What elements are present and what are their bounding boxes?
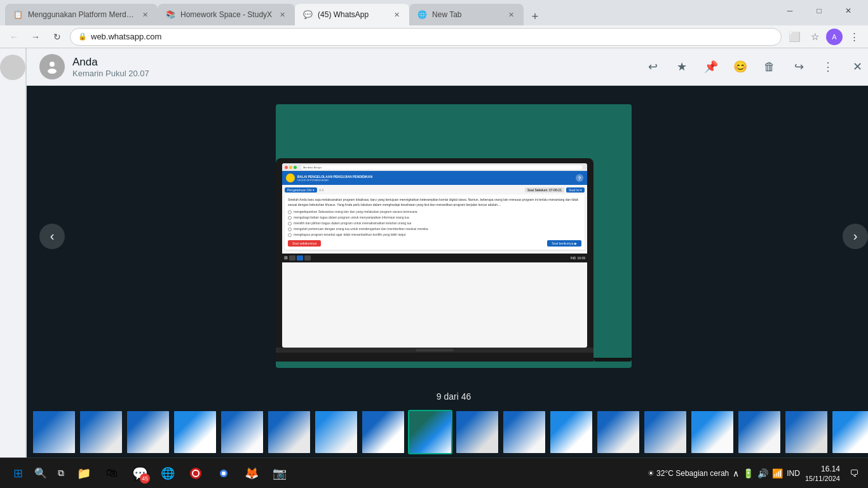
tab-2-close[interactable]: ✕ — [277, 10, 287, 20]
laptop-body: Merdeka Belajar BALAI PENGELOLAAN PENGUJ… — [276, 158, 593, 362]
prev-image-button[interactable]: ‹ — [39, 224, 65, 249]
thumbnail-15[interactable] — [690, 410, 735, 454]
viewer-header: Anda Kemarin Pukul 20.07 ↩ ★ 📌 😊 🗑 ↪ ⋮ ✕ — [27, 48, 868, 86]
thumbnail-4[interactable] — [173, 410, 217, 454]
taskbar-right: ☀ 32°C Sebagian cerah ∧ 🔋 🔊 📶 IND 16.14 … — [648, 461, 863, 486]
tab-1[interactable]: 📋 Menggunakan Platform Merde... ✕ — [5, 4, 158, 25]
forward-button[interactable]: → — [27, 28, 44, 46]
tab-4-close[interactable]: ✕ — [506, 10, 516, 20]
maximize-button[interactable]: □ — [804, 0, 834, 22]
taskbar-app7[interactable]: 📷 — [267, 461, 292, 486]
tab-2-favicon: 📚 — [165, 10, 175, 20]
taskbar-edge[interactable]: 🌐 — [155, 461, 180, 486]
reload-button[interactable]: ↻ — [48, 28, 66, 46]
thumbnail-12[interactable] — [549, 410, 593, 454]
thumbnail-2[interactable] — [79, 410, 123, 454]
tab-4-title: New Tab — [432, 10, 501, 19]
tab-3-close[interactable]: ✕ — [391, 10, 402, 20]
browser-menu-icon[interactable]: ⋮ — [845, 28, 863, 46]
taskbar-chrome[interactable] — [211, 461, 236, 486]
browser-frame: 📋 Menggunakan Platform Merde... ✕ 📚 Home… — [0, 0, 868, 488]
thumbnail-6[interactable] — [267, 410, 311, 454]
thumbnail-strip[interactable] — [27, 407, 868, 458]
sidebar — [0, 48, 26, 458]
volume-icon[interactable]: 🔊 — [757, 468, 768, 478]
close-window-button[interactable]: ✕ — [834, 0, 863, 22]
lock-icon: 🔒 — [78, 32, 87, 41]
thumbnail-13[interactable] — [596, 410, 641, 454]
new-tab-button[interactable]: + — [526, 8, 544, 25]
tab-1-favicon: 📋 — [13, 10, 23, 20]
emoji-button[interactable]: 😊 — [729, 56, 751, 78]
taskbar-whatsapp[interactable]: 💬 45 — [127, 461, 153, 486]
thumbnail-8[interactable] — [361, 410, 405, 454]
thumbnail-17[interactable] — [784, 410, 829, 454]
main-image: Merdeka Belajar BALAI PENGELOLAAN PENGUJ… — [276, 104, 632, 368]
battery-icon: 🔋 — [743, 468, 754, 478]
thumbnail-5[interactable] — [220, 410, 264, 454]
thumbnail-16[interactable] — [737, 410, 782, 454]
network-icon[interactable]: 📶 — [772, 468, 783, 478]
system-tray: ☀ 32°C Sebagian cerah ∧ 🔋 🔊 📶 IND — [648, 468, 800, 478]
thumbnail-1[interactable] — [32, 410, 76, 454]
cast-icon[interactable]: ⬜ — [785, 28, 803, 46]
notification-center-button[interactable]: 🗨 — [845, 461, 863, 486]
svg-point-2 — [50, 62, 55, 67]
thumbnail-18[interactable] — [831, 410, 868, 454]
delete-button[interactable]: 🗑 — [759, 56, 780, 78]
image-counter: 9 dari 46 — [27, 386, 868, 407]
taskbar-file-explorer[interactable]: 📁 — [71, 461, 97, 486]
image-viewer: Anda Kemarin Pukul 20.07 ↩ ★ 📌 😊 🗑 ↪ ⋮ ✕ — [27, 48, 868, 458]
address-input[interactable]: 🔒 web.whatsapp.com — [70, 28, 782, 46]
sidebar-user-avatar[interactable] — [0, 55, 25, 80]
more-options-button[interactable]: ⋮ — [817, 56, 839, 78]
taskbar-app6[interactable]: 🦊 — [239, 461, 264, 486]
viewer-sender-time: Kemarin Pukul 20.07 — [72, 69, 634, 78]
tab-1-close[interactable]: ✕ — [140, 10, 150, 20]
system-tray-up-icon[interactable]: ∧ — [733, 468, 739, 478]
address-bar: ← → ↻ 🔒 web.whatsapp.com ⬜ ☆ A ⋮ — [0, 25, 868, 48]
taskbar-opera[interactable] — [183, 461, 208, 486]
thumbnail-10[interactable] — [455, 410, 499, 454]
tab-4[interactable]: 🌐 New Tab ✕ — [409, 4, 524, 25]
start-button[interactable]: ⊞ — [5, 461, 31, 486]
thumbnail-11[interactable] — [502, 410, 546, 454]
thumbnail-7[interactable] — [314, 410, 358, 454]
tab-4-favicon: 🌐 — [417, 10, 427, 20]
thumbnail-14[interactable] — [643, 410, 688, 454]
viewer-actions: ↩ ★ 📌 😊 🗑 ↪ ⋮ ✕ — [642, 56, 868, 78]
profile-avatar[interactable]: A — [826, 29, 843, 45]
svg-point-7 — [222, 471, 226, 475]
reply-button[interactable]: ↩ — [642, 56, 663, 78]
forward-button[interactable]: ↪ — [788, 56, 810, 78]
image-counter-text: 9 dari 46 — [437, 391, 471, 402]
taskbar-store[interactable]: 🛍 — [99, 461, 125, 486]
minimize-button[interactable]: ─ — [775, 0, 804, 22]
window-controls: ─ □ ✕ — [775, 0, 863, 25]
taskbar: ⊞ 🔍 ⧉ 📁 🛍 💬 45 🌐 — [0, 458, 868, 488]
thumbnail-3[interactable] — [126, 410, 170, 454]
viewer-sender-name: Anda — [72, 56, 634, 69]
svg-point-5 — [193, 470, 199, 477]
sender-avatar — [39, 54, 65, 79]
search-taskbar-button[interactable]: 🔍 — [31, 461, 51, 486]
pin-button[interactable]: 📌 — [700, 56, 722, 78]
svg-point-3 — [48, 69, 57, 74]
tab-3-title: (45) WhatsApp — [318, 10, 386, 19]
taskbar-clock[interactable]: 16.14 15/11/2024 — [805, 464, 840, 482]
tab-3-whatsapp[interactable]: 💬 (45) WhatsApp ✕ — [295, 4, 409, 25]
next-image-button[interactable]: › — [843, 224, 868, 249]
star-button[interactable]: ★ — [671, 56, 693, 78]
screen-content: Merdeka Belajar BALAI PENGELOLAAN PENGUJ… — [282, 163, 587, 348]
thumbnail-9[interactable] — [408, 410, 452, 454]
viewer-sender-info: Anda Kemarin Pukul 20.07 — [72, 56, 634, 78]
task-view-button[interactable]: ⧉ — [51, 461, 71, 486]
toolbar-icons: ⬜ ☆ A ⋮ — [785, 28, 863, 46]
tab-2[interactable]: 📚 Homework Space - StudyX ✕ — [158, 4, 295, 25]
image-main-area: ‹ — [27, 86, 868, 386]
close-viewer-button[interactable]: ✕ — [846, 56, 868, 78]
tab-3-favicon: 💬 — [302, 10, 313, 20]
bookmark-star-icon[interactable]: ☆ — [806, 28, 824, 46]
back-button[interactable]: ← — [5, 28, 23, 46]
tab-bar: 📋 Menggunakan Platform Merde... ✕ 📚 Home… — [0, 0, 868, 25]
